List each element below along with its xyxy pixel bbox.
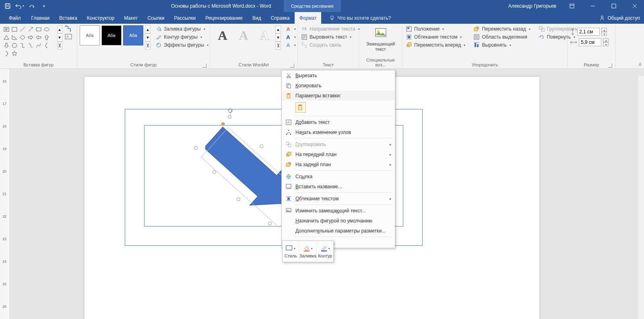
- shape-height-input[interactable]: [577, 28, 600, 36]
- wrap-text-button[interactable]: Обтекание текстом▾: [405, 33, 469, 41]
- wordart-style-2[interactable]: А: [233, 25, 254, 45]
- shape-triangle-icon[interactable]: [2, 33, 10, 41]
- wa-more[interactable]: ⊻: [275, 41, 281, 49]
- tab-design[interactable]: Конструктор: [82, 12, 119, 24]
- text-fill-button[interactable]: A▾: [284, 25, 299, 33]
- handle-s[interactable]: [268, 222, 272, 225]
- shape-line-icon[interactable]: [19, 25, 27, 33]
- height-down[interactable]: ▾: [601, 32, 607, 36]
- draw-textbox-button[interactable]: A: [65, 34, 74, 41]
- shapes-gallery[interactable]: [2, 25, 56, 58]
- shape-arrow-u-icon[interactable]: [43, 33, 51, 41]
- align-text-button[interactable]: Выровнять текст▾: [300, 33, 363, 41]
- shape-textbox-icon[interactable]: [2, 25, 10, 33]
- tab-references[interactable]: Ссылки: [142, 12, 169, 24]
- vertical-ruler[interactable]: 1617181920212223242526: [0, 69, 10, 319]
- shape-arrow-d-icon[interactable]: [2, 41, 10, 49]
- size-launcher[interactable]: [608, 64, 612, 68]
- close-button[interactable]: [625, 0, 644, 12]
- shape-brace-icon[interactable]: [43, 41, 51, 49]
- shape-fill-button[interactable]: Заливка фигуры▾: [155, 25, 212, 33]
- align-button[interactable]: Выровнять▾: [473, 41, 533, 49]
- wordart-style-3[interactable]: А: [254, 25, 275, 45]
- shape-rect-icon[interactable]: [35, 25, 43, 33]
- gallery-more[interactable]: ⊻: [57, 41, 62, 49]
- shape-textbox2-icon[interactable]: [10, 25, 19, 33]
- shape-connector-icon[interactable]: [19, 41, 27, 49]
- shape-star-icon[interactable]: [10, 49, 19, 58]
- selection-pane-button[interactable]: Область выделения: [473, 33, 533, 41]
- paste-option-1[interactable]: [295, 102, 306, 113]
- wordart-scroll[interactable]: ▴ ▾ ⊻: [275, 25, 281, 49]
- ctx-copy[interactable]: Копировать: [282, 80, 395, 91]
- save-button[interactable]: [3, 2, 12, 10]
- tab-layout[interactable]: Макет: [119, 12, 142, 24]
- redo-button[interactable]: [27, 2, 36, 10]
- tab-view[interactable]: Вид: [248, 12, 266, 24]
- ctx-more-layout[interactable]: Дополнительные параметры разметки...: [282, 226, 395, 236]
- wa-scroll-up[interactable]: ▴: [275, 25, 281, 33]
- tab-review[interactable]: Рецензирование: [200, 12, 248, 24]
- shape-brace2-icon[interactable]: [2, 49, 10, 58]
- user-name[interactable]: Александр Григорьев: [504, 3, 560, 9]
- shape-style-2[interactable]: Абв: [101, 25, 122, 45]
- tab-help[interactable]: Справка: [266, 12, 295, 24]
- shape-line-arrow-icon[interactable]: [27, 25, 35, 33]
- text-effects-button[interactable]: A▾: [284, 41, 299, 49]
- handle-nw[interactable]: [213, 170, 216, 174]
- collapse-ribbon[interactable]: ᐱ: [639, 62, 642, 67]
- text-outline-button[interactable]: A▾: [284, 33, 299, 41]
- rotate-handle[interactable]: [226, 108, 234, 118]
- styles-more[interactable]: ⊻: [145, 41, 151, 49]
- handle-sw[interactable]: [237, 198, 240, 201]
- shape-oval-icon[interactable]: [43, 25, 51, 33]
- bring-forward-button[interactable]: Переместить вперед▾: [405, 41, 469, 49]
- wa-scroll-down[interactable]: ▾: [275, 33, 281, 41]
- wordart-style-1[interactable]: А: [213, 25, 233, 45]
- ctx-caption[interactable]: Вставить название...: [282, 181, 395, 191]
- shape-curve-icon[interactable]: [35, 41, 43, 49]
- width-up[interactable]: ▴: [603, 38, 609, 42]
- adjust-handle[interactable]: [221, 122, 225, 126]
- wordart-launcher[interactable]: [290, 64, 294, 68]
- shape-width-input[interactable]: [579, 38, 601, 46]
- shape-styles-scroll[interactable]: ▴ ▾ ⊻: [145, 25, 151, 49]
- ctx-set-default[interactable]: Назначить фигурой по умолчанию: [282, 216, 395, 226]
- ctx-send-back[interactable]: На задний план▸: [282, 159, 395, 169]
- ctx-wrap-text[interactable]: Обтекание текстом▸: [282, 193, 395, 204]
- mini-fill[interactable]: ▾ Заливка: [299, 241, 317, 262]
- minimize-button[interactable]: [584, 0, 602, 12]
- shape-style-1[interactable]: Абв: [80, 25, 100, 45]
- shape-style-3[interactable]: Абв: [123, 25, 143, 45]
- gallery-scroll-down[interactable]: ▾: [57, 33, 62, 41]
- tab-insert[interactable]: Вставка: [54, 12, 82, 24]
- maximize-button[interactable]: [605, 0, 623, 12]
- ctx-bring-front[interactable]: На передний план▸: [282, 149, 395, 159]
- shape-connector2-icon[interactable]: [27, 41, 35, 49]
- handle-w[interactable]: [194, 146, 198, 150]
- shapes-gallery-scroll[interactable]: ▴ ▾ ⊻: [57, 25, 62, 49]
- ribbon-display-options[interactable]: [563, 0, 581, 12]
- tab-mailings[interactable]: Рассылки: [169, 12, 200, 24]
- height-up[interactable]: ▴: [601, 28, 607, 32]
- shape-outline-button[interactable]: Контур фигуры▾: [155, 33, 212, 41]
- width-down[interactable]: ▾: [603, 42, 609, 46]
- ctx-alt-text[interactable]: Изменить замещающий текст...: [282, 206, 395, 216]
- gallery-scroll-up[interactable]: ▴: [57, 25, 62, 33]
- alt-text-button[interactable]: Замещающий текст: [361, 25, 400, 54]
- vertical-scrollbar[interactable]: [638, 76, 644, 319]
- styles-scroll-up[interactable]: ▴: [145, 25, 151, 33]
- shape-arrow-l-icon[interactable]: [35, 33, 43, 41]
- tab-format[interactable]: Формат: [295, 12, 322, 24]
- ctx-add-text[interactable]: AДобавить текст: [282, 117, 395, 127]
- share-button[interactable]: Общий доступ: [599, 15, 640, 21]
- mini-outline[interactable]: ▾ Контур: [317, 241, 333, 262]
- undo-button[interactable]: ▾: [15, 2, 24, 10]
- shape-effects-button[interactable]: Эффекты фигуры▾: [155, 41, 212, 49]
- handle-ne[interactable]: [260, 144, 263, 148]
- shape-diamond-icon[interactable]: [19, 33, 27, 41]
- ctx-edit-points[interactable]: Начать изменение узлов: [282, 127, 395, 137]
- ctx-link[interactable]: Ссылка: [282, 171, 395, 181]
- tab-file[interactable]: Файл: [3, 12, 27, 24]
- qa-customize[interactable]: ▾: [39, 2, 48, 10]
